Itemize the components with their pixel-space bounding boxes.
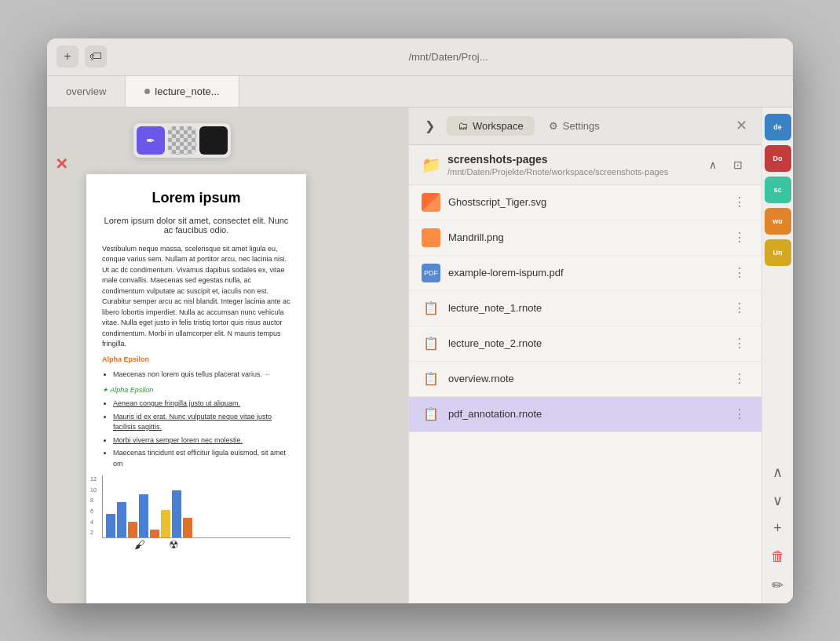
- folder-header: 📁 screenshots-pages /mnt/Daten/Projekte/…: [409, 145, 761, 185]
- bullet-3: Mauris id ex erat. Nunc vulputate neque …: [113, 412, 290, 433]
- chart-bar: [183, 518, 192, 537]
- side-strip: deDoscwoUn∧∨+🗑✏: [761, 107, 793, 603]
- chart-labels: 12108642: [90, 475, 97, 537]
- chart-bar: [106, 514, 115, 537]
- file-list: Ghostscript_Tiger.svg⋮Mandrill.png⋮PDFex…: [409, 185, 761, 603]
- black-tool-button[interactable]: [199, 126, 228, 155]
- side-action-down[interactable]: ∨: [766, 489, 790, 512]
- tag-button[interactable]: 🏷: [85, 46, 107, 67]
- file-name-lorem-pdf: example-lorem-ispum.pdf: [448, 267, 722, 279]
- workspace-nav: ❯ 🗂 Workspace ⚙ Settings ✕: [409, 107, 761, 145]
- workspace-tab-label: Workspace: [473, 120, 524, 132]
- bullet-1: Maecenas non lorem quis tellus placerat …: [113, 370, 290, 381]
- doc-bullet-list: Maecenas non lorem quis tellus placerat …: [113, 370, 290, 381]
- chart-area: 12108642 🖌☢: [102, 475, 290, 538]
- file-menu-button-lorem-pdf[interactable]: ⋮: [730, 264, 749, 282]
- doc-bullet-list-2: Aenean congue fringilla justo ut aliquam…: [113, 399, 290, 469]
- file-name-pdf_annotation: pdf_annotation.rnote: [448, 408, 722, 420]
- bullet-2: Aenean congue fringilla justo ut aliquam…: [113, 399, 290, 410]
- file-icon-png: [422, 228, 440, 247]
- tab-overview-label: overview: [66, 86, 106, 97]
- tab-overview[interactable]: overview: [47, 76, 126, 107]
- main-content: ✒ ✕ Lorem ipsum Lorem ipsum dolor sit am…: [47, 107, 793, 603]
- file-menu-button-overview[interactable]: ⋮: [730, 370, 749, 388]
- checker-tool-button[interactable]: [168, 126, 196, 155]
- file-name-ghostscript: Ghostscript_Tiger.svg: [448, 196, 722, 208]
- side-icon-wo[interactable]: wo: [765, 208, 791, 235]
- doc-title: Lorem ipsum: [102, 190, 290, 206]
- doc-subtitle: Lorem ipsum dolor sit amet, consectet el…: [102, 216, 290, 235]
- file-icon-svg: [422, 193, 440, 212]
- folder-icon: 📁: [422, 155, 441, 174]
- nav-arrow-button[interactable]: ❯: [418, 115, 440, 137]
- file-item-pdf_annotation[interactable]: 📋pdf_annotation.rnote⋮: [409, 397, 761, 432]
- brush-icon: 🖌: [134, 537, 145, 553]
- side-icon-sc[interactable]: sc: [765, 177, 791, 203]
- folder-action-button[interactable]: ⊡: [727, 154, 749, 176]
- chart-bar: [172, 490, 181, 537]
- folder-actions: ∧ ⊡: [702, 154, 749, 176]
- app-window: + 🏷 /mnt/Daten/Proj... overview lecture_…: [47, 38, 793, 603]
- file-name-lecture2: lecture_note_2.rnote: [448, 337, 722, 349]
- close-mark: ✕: [55, 155, 68, 173]
- bullet-5: Maecenas tincidunt est efficitur ligula …: [113, 448, 290, 469]
- chart-bar: [139, 494, 148, 537]
- ws-tabs: 🗂 Workspace ⚙ Settings: [447, 116, 724, 136]
- side-action-edit[interactable]: ✏: [766, 574, 790, 597]
- tab-lecture-note-label: lecture_note...: [155, 86, 219, 97]
- file-name-mandrill: Mandrill.png: [448, 231, 722, 243]
- doc-orange-text: Alpha Epsilon: [102, 355, 290, 366]
- side-action-up[interactable]: ∧: [766, 461, 790, 484]
- folder-name: screenshots-pages: [447, 153, 696, 166]
- chart-bar: [161, 510, 170, 537]
- chart-bar: [128, 522, 137, 537]
- folder-path: /mnt/Daten/Projekte/Rnote/workspace/scre…: [447, 167, 696, 177]
- settings-tab-label: Settings: [563, 120, 600, 132]
- side-icon-un[interactable]: Un: [765, 239, 791, 266]
- file-menu-button-lecture1[interactable]: ⋮: [730, 299, 749, 318]
- workspace-tab[interactable]: 🗂 Workspace: [447, 116, 535, 136]
- file-icon-rnote: 📋: [422, 299, 440, 318]
- file-icon-rnote: 📋: [422, 334, 440, 353]
- file-icon-pdf: PDF: [422, 264, 440, 282]
- file-item-ghostscript[interactable]: Ghostscript_Tiger.svg⋮: [409, 185, 761, 220]
- file-item-mandrill[interactable]: Mandrill.png⋮: [409, 220, 761, 256]
- tabs-bar: overview lecture_note...: [47, 76, 793, 107]
- file-menu-button-lecture2[interactable]: ⋮: [730, 334, 749, 353]
- file-name-overview: overview.rnote: [448, 373, 722, 384]
- add-tab-button[interactable]: +: [57, 46, 79, 67]
- side-icon-de[interactable]: de: [765, 114, 791, 140]
- settings-tab[interactable]: ⚙ Settings: [538, 116, 611, 136]
- folder-collapse-button[interactable]: ∧: [702, 154, 724, 176]
- file-menu-button-pdf_annotation[interactable]: ⋮: [730, 405, 749, 424]
- settings-icon: ⚙: [549, 120, 558, 132]
- file-icon-rnote: 📋: [422, 405, 440, 424]
- file-item-lorem-pdf[interactable]: PDFexample-lorem-ispum.pdf⋮: [409, 256, 761, 291]
- workspace-icon: 🗂: [458, 120, 468, 132]
- tab-lecture-note[interactable]: lecture_note...: [126, 76, 239, 107]
- file-name-lecture1: lecture_note_1.rnote: [448, 302, 722, 314]
- radiation-icon: ☢: [169, 537, 179, 553]
- file-item-lecture2[interactable]: 📋lecture_note_2.rnote⋮: [409, 326, 761, 362]
- file-item-overview[interactable]: 📋overview.rnote⋮: [409, 362, 761, 397]
- side-action-delete[interactable]: 🗑: [766, 545, 790, 569]
- titlebar-path: /mnt/Daten/Proj...: [113, 51, 783, 63]
- side-action-add[interactable]: +: [766, 517, 790, 541]
- pen-tool-button[interactable]: ✒: [137, 126, 165, 155]
- doc-body-text: Vestibulum neque massa, scelerisque sit …: [102, 244, 290, 350]
- doc-green-text: ✦ Alpha Epsilon: [102, 385, 290, 396]
- canvas-area[interactable]: ✒ ✕ Lorem ipsum Lorem ipsum dolor sit am…: [47, 107, 408, 603]
- file-menu-button-mandrill[interactable]: ⋮: [730, 228, 749, 247]
- panel-close-button[interactable]: ✕: [730, 115, 752, 137]
- doc-body: Vestibulum neque massa, scelerisque sit …: [102, 244, 290, 539]
- workspace-panel: ❯ 🗂 Workspace ⚙ Settings ✕: [408, 107, 761, 603]
- file-menu-button-ghostscript[interactable]: ⋮: [730, 193, 749, 212]
- right-panel: ❯ 🗂 Workspace ⚙ Settings ✕: [408, 107, 793, 603]
- canvas-toolbar: ✒: [133, 123, 231, 158]
- folder-info: screenshots-pages /mnt/Daten/Projekte/Rn…: [447, 153, 696, 177]
- document-preview: Lorem ipsum Lorem ipsum dolor sit amet, …: [86, 174, 306, 603]
- side-icon-do[interactable]: Do: [765, 145, 791, 172]
- chart-bar: [117, 502, 126, 537]
- file-item-lecture1[interactable]: 📋lecture_note_1.rnote⋮: [409, 291, 761, 326]
- tab-dot: [144, 89, 150, 94]
